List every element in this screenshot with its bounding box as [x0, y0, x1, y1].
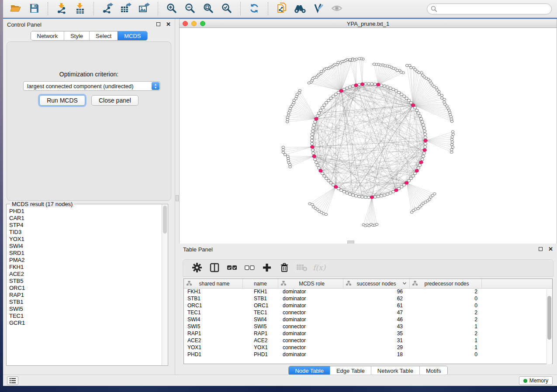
table-row[interactable]: PHD1PHD1dominator180: [184, 351, 552, 358]
save-session-button[interactable]: [26, 1, 42, 16]
open-file-button[interactable]: [8, 1, 24, 16]
delete-table-button[interactable]: [295, 261, 308, 275]
mcds-result-item[interactable]: STB5: [9, 278, 161, 285]
mcds-result-item[interactable]: STP4: [9, 222, 161, 229]
control-panel-close-button[interactable]: ✕: [166, 21, 171, 27]
table-cell: ACE2: [243, 337, 278, 344]
mcds-result-item[interactable]: SRD1: [9, 250, 161, 257]
mcds-result-item[interactable]: RAP1: [9, 292, 161, 299]
network-canvas[interactable]: [179, 28, 557, 244]
table-row[interactable]: YOX1YOX1connector291: [184, 344, 552, 351]
column-label: name: [254, 281, 267, 287]
table-cell: 46: [343, 316, 410, 323]
tab-network-table[interactable]: Network Table: [371, 366, 419, 375]
apply-layout-button[interactable]: [246, 1, 262, 16]
control-panel-float-button[interactable]: [156, 21, 161, 27]
zoom-out-button[interactable]: [182, 1, 198, 16]
tab-node-table[interactable]: Node Table: [289, 366, 330, 375]
delete-column-button[interactable]: [278, 261, 291, 275]
clone-network-button[interactable]: [274, 1, 290, 16]
table-toolbar: f(x): [183, 259, 554, 277]
search-icon: [431, 6, 437, 14]
splitter-handle[interactable]: [176, 195, 179, 201]
mcds-result-item[interactable]: TID3: [9, 229, 161, 236]
mcds-result-item[interactable]: SWI4: [9, 243, 161, 250]
hide-all-columns-button[interactable]: [243, 261, 256, 275]
table-panel-float-button[interactable]: [538, 246, 543, 252]
run-mcds-button[interactable]: Run MCDS: [39, 95, 85, 106]
mcds-result-item[interactable]: YOX1: [9, 236, 161, 243]
table-cell: PHD1: [184, 351, 243, 358]
table-cell: YOX1: [243, 344, 278, 351]
table-row[interactable]: SWI5SWI5connector431: [184, 323, 552, 330]
table-row[interactable]: ACE2ACE2connector311: [184, 337, 552, 344]
import-table-button[interactable]: [72, 1, 88, 16]
toggle-graphics-details-button[interactable]: [311, 1, 326, 16]
network-window: YPA_prune.txt_1: [179, 19, 557, 244]
tab-network[interactable]: Network: [31, 31, 64, 40]
network-title: YPA_prune.txt_1: [180, 21, 557, 27]
mcds-result-item[interactable]: ORC1: [9, 285, 161, 292]
mcds-result-item[interactable]: TEC1: [9, 313, 161, 320]
show-hide-button[interactable]: [329, 1, 345, 16]
tab-mcds[interactable]: MCDS: [118, 31, 147, 40]
close-panel-button[interactable]: Close panel: [91, 95, 138, 106]
column-header-predecessor-nodes[interactable]: predecessor nodes: [410, 279, 482, 288]
mcds-result-item[interactable]: FKH1: [9, 264, 161, 271]
column-header-shared-name[interactable]: shared name: [184, 279, 243, 288]
create-column-button[interactable]: [260, 261, 273, 275]
zoom-selected-button[interactable]: [219, 1, 235, 16]
main-toolbar: [3, 0, 557, 18]
column-header-name[interactable]: name: [243, 279, 278, 288]
export-image-button[interactable]: [136, 1, 152, 16]
table-panel-close-button[interactable]: ✕: [548, 246, 554, 252]
mcds-result-item[interactable]: SWI5: [9, 306, 161, 313]
search-input[interactable]: [427, 3, 552, 14]
zoom-in-button[interactable]: [164, 1, 180, 16]
task-history-button[interactable]: [7, 376, 18, 385]
scrollbar-thumb[interactable]: [547, 296, 551, 340]
export-table-button[interactable]: [118, 1, 134, 16]
float-icon: [539, 247, 543, 251]
memory-status-icon: [523, 379, 527, 383]
column-header-MCDS-role[interactable]: MCDS role: [278, 279, 343, 288]
mcds-result-item[interactable]: STB1: [9, 299, 161, 306]
mcds-result-scrollbar[interactable]: [162, 204, 168, 365]
table-cell: 2: [410, 316, 482, 323]
tab-edge-table[interactable]: Edge Table: [330, 366, 371, 375]
table-cell: ORC1: [243, 303, 278, 309]
table-row[interactable]: FKH1FKH1dominator962: [184, 289, 552, 296]
table-row[interactable]: TEC1TEC1connector472: [184, 309, 552, 316]
zoom-fit-button[interactable]: [201, 1, 216, 16]
vertical-splitter[interactable]: [175, 19, 179, 375]
mcds-result-item[interactable]: ACE2: [9, 271, 161, 278]
memory-button[interactable]: Memory: [519, 376, 553, 385]
mcds-result-item[interactable]: PHD1: [9, 208, 161, 215]
table-scrollbar[interactable]: [547, 289, 552, 364]
scrollbar-thumb[interactable]: [163, 206, 167, 234]
refresh-icon: [249, 3, 260, 15]
import-network-button[interactable]: [54, 1, 69, 16]
optimization-criterion-select[interactable]: largest connected component (undirected)…: [23, 81, 160, 91]
column-header-successor-nodes[interactable]: successor nodes: [343, 279, 410, 288]
tab-motifs[interactable]: Motifs: [419, 366, 447, 375]
table-row[interactable]: SWI4SWI4dominator462: [184, 316, 552, 323]
table-cell: dominator: [278, 296, 343, 303]
table-cell: 0: [410, 303, 482, 309]
mcds-result-item[interactable]: PMA2: [9, 257, 161, 264]
mcds-result-item[interactable]: GCR1: [9, 320, 161, 327]
find-button[interactable]: [292, 1, 308, 16]
mcds-result-item[interactable]: CAR1: [9, 215, 161, 222]
column-label: successor nodes: [356, 281, 396, 287]
show-all-columns-button[interactable]: [225, 261, 239, 275]
export-network-button[interactable]: [100, 1, 115, 16]
tab-style[interactable]: Style: [64, 31, 89, 40]
table-row[interactable]: STB1STB1dominator620: [184, 296, 552, 303]
column-layout-button[interactable]: [208, 261, 221, 275]
tab-select[interactable]: Select: [89, 31, 118, 40]
table-settings-button[interactable]: [190, 261, 204, 275]
table-cell: STB1: [184, 296, 243, 303]
table-row[interactable]: RAP1RAP1dominator352: [184, 330, 552, 337]
table-row[interactable]: ORC1ORC1dominator610: [184, 303, 552, 309]
function-builder-button[interactable]: f(x): [313, 261, 326, 275]
